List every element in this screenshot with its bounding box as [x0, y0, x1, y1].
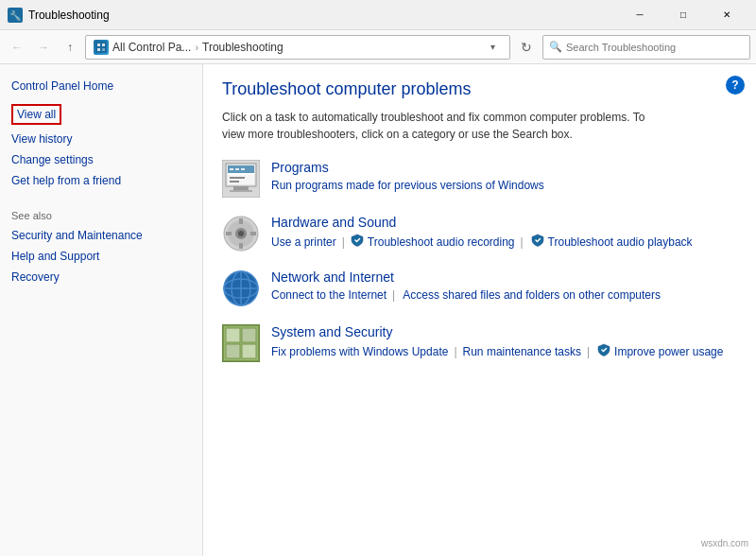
categories-list: ProgramsRun programs made for previous v…: [222, 160, 737, 362]
window-title: Troubleshooting: [28, 9, 618, 22]
category-system: System and SecurityFix problems with Win…: [222, 324, 737, 362]
svg-rect-4: [102, 43, 105, 46]
svg-rect-17: [233, 186, 249, 190]
address-current: Troubleshooting: [202, 41, 284, 54]
address-separator: ›: [195, 42, 198, 53]
cat-link-net-link-1[interactable]: Connect to the Internet: [271, 288, 387, 302]
address-short: All Control Pa...: [112, 41, 191, 54]
programs-icon: [222, 160, 260, 198]
maximize-button[interactable]: □: [662, 0, 705, 30]
cat-link-hw-link-2[interactable]: Troubleshoot audio recording: [368, 235, 515, 249]
hardware-icon: [222, 215, 260, 252]
cat-link-sys-link-1[interactable]: Fix problems with Windows Update: [271, 345, 448, 358]
search-input[interactable]: [566, 42, 744, 53]
category-title-system[interactable]: System and Security: [271, 324, 723, 339]
address-dropdown-button[interactable]: ▾: [483, 35, 502, 60]
back-button[interactable]: ←: [6, 36, 28, 59]
svg-rect-13: [241, 168, 245, 170]
category-network: Network and InternetConnect to the Inter…: [222, 269, 737, 307]
content-area: ? Troubleshoot computer problems Click o…: [203, 64, 756, 556]
svg-rect-16: [230, 181, 239, 182]
address-content: All Control Pa... › Troubleshooting: [94, 40, 483, 55]
svg-text:🔧: 🔧: [9, 9, 22, 22]
category-hardware: Hardware and SoundUse a printer| Trouble…: [222, 215, 737, 252]
category-programs: ProgramsRun programs made for previous v…: [222, 160, 737, 198]
window-controls: ─ □ ✕: [618, 0, 748, 30]
svg-rect-24: [239, 243, 243, 249]
network-icon: [222, 269, 260, 307]
cat-link-hw-link-3[interactable]: Troubleshoot audio playback: [548, 235, 693, 249]
svg-rect-14: [228, 175, 254, 184]
shield-icon: [531, 234, 544, 247]
refresh-button[interactable]: ↻: [514, 35, 539, 60]
see-also-item-security[interactable]: Security and Maintenance: [11, 229, 191, 242]
up-button[interactable]: ↑: [59, 36, 81, 59]
svg-rect-5: [97, 48, 100, 51]
sidebar-item-get-help[interactable]: Get help from a friend: [11, 174, 191, 187]
sidebar-home-link[interactable]: Control Panel Home: [11, 79, 191, 93]
svg-rect-35: [226, 328, 240, 342]
system-icon: [222, 324, 260, 362]
svg-rect-6: [102, 48, 105, 51]
shield-icon: [597, 343, 610, 356]
category-links-programs: Run programs made for previous versions …: [271, 179, 544, 192]
sidebar-item-view-all[interactable]: View all: [11, 104, 61, 125]
minimize-button[interactable]: ─: [618, 0, 662, 30]
cat-link-hw-link-1[interactable]: Use a printer: [271, 235, 336, 249]
see-also-item-help[interactable]: Help and Support: [11, 250, 191, 263]
svg-rect-38: [242, 344, 256, 358]
search-icon: 🔍: [549, 41, 562, 53]
svg-rect-37: [226, 344, 240, 358]
sidebar-item-change-settings[interactable]: Change settings: [11, 153, 191, 166]
see-also-item-recovery[interactable]: Recovery: [11, 270, 191, 284]
address-icon: [94, 40, 109, 55]
cat-link-net-link-2[interactable]: Access shared files and folders on other…: [403, 288, 661, 302]
category-title-hardware[interactable]: Hardware and Sound: [271, 215, 693, 230]
main-layout: Control Panel Home View allView historyC…: [0, 64, 756, 556]
app-icon: 🔧: [8, 8, 23, 23]
search-box[interactable]: 🔍: [542, 35, 750, 60]
svg-rect-15: [230, 177, 245, 179]
shield-icon: [351, 234, 364, 247]
see-also-links: Security and MaintenanceHelp and Support…: [11, 229, 191, 284]
svg-rect-2: [95, 42, 107, 53]
content-title: Troubleshoot computer problems: [222, 79, 737, 99]
content-description: Click on a task to automatically trouble…: [222, 109, 666, 143]
svg-rect-3: [97, 43, 100, 46]
category-links-hardware: Use a printer| Troubleshoot audio record…: [271, 234, 693, 250]
svg-rect-36: [242, 328, 256, 342]
svg-rect-26: [250, 232, 256, 235]
help-button[interactable]: ?: [726, 76, 745, 95]
svg-rect-23: [239, 218, 243, 224]
svg-rect-11: [230, 168, 233, 170]
category-links-network: Connect to the Internet|Access shared fi…: [271, 288, 661, 302]
sidebar-links: View allView historyChange settingsGet h…: [11, 104, 191, 187]
sidebar: Control Panel Home View allView historyC…: [0, 64, 203, 556]
watermark: wsxdn.com: [701, 538, 748, 548]
address-field[interactable]: All Control Pa... › Troubleshooting ▾: [85, 35, 510, 60]
category-title-programs[interactable]: Programs: [271, 160, 544, 175]
cat-link-sys-link-3[interactable]: Improve power usage: [614, 345, 723, 358]
forward-button[interactable]: →: [32, 36, 55, 59]
svg-rect-18: [230, 190, 252, 192]
sidebar-item-view-history[interactable]: View history: [11, 132, 191, 146]
address-bar: ← → ↑ All Control Pa... › Troubleshootin…: [0, 30, 756, 64]
cat-link-prog-link-1[interactable]: Run programs made for previous versions …: [271, 179, 544, 192]
category-links-system: Fix problems with Windows Update|Run mai…: [271, 343, 723, 359]
svg-rect-12: [235, 168, 239, 170]
category-title-network[interactable]: Network and Internet: [271, 269, 661, 285]
cat-link-sys-link-2[interactable]: Run maintenance tasks: [463, 345, 581, 358]
close-button[interactable]: ✕: [705, 0, 748, 30]
svg-point-22: [238, 231, 244, 236]
svg-rect-25: [226, 232, 232, 235]
see-also-title: See also: [11, 210, 191, 221]
title-bar: 🔧 Troubleshooting ─ □ ✕: [0, 0, 756, 30]
